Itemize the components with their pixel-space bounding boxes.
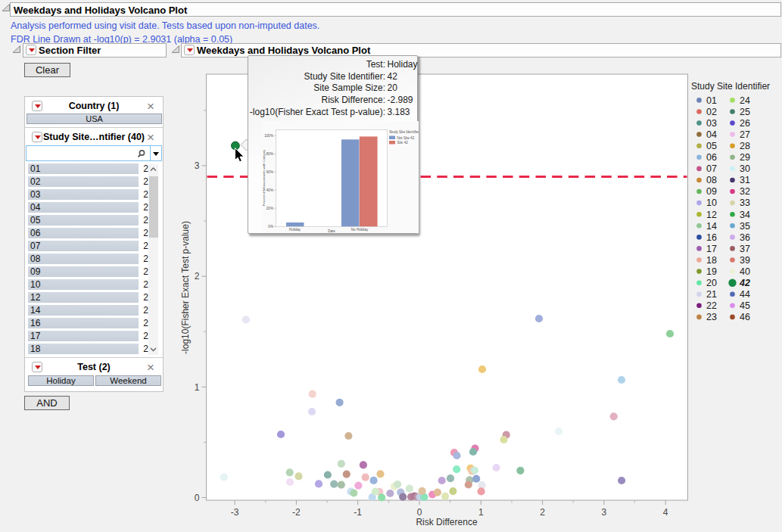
svg-text:29: 29 bbox=[740, 152, 750, 163]
svg-text:42: 42 bbox=[739, 278, 750, 288]
svg-text:3: 3 bbox=[602, 507, 607, 518]
svg-text:27: 27 bbox=[740, 129, 750, 140]
svg-text:32: 32 bbox=[740, 186, 750, 197]
svg-text:22: 22 bbox=[706, 300, 717, 311]
svg-text:-1: -1 bbox=[354, 507, 362, 518]
svg-text:Study Site Identifier: Study Site Identifier bbox=[389, 130, 419, 134]
svg-text:40: 40 bbox=[740, 266, 750, 277]
svg-text:Date: Date bbox=[328, 229, 335, 233]
svg-text:4: 4 bbox=[663, 507, 668, 518]
svg-text:Risk Difference: Risk Difference bbox=[416, 517, 477, 527]
svg-text:3: 3 bbox=[195, 160, 200, 171]
svg-text:24: 24 bbox=[740, 95, 750, 106]
svg-text:44: 44 bbox=[740, 289, 750, 300]
svg-text:60%: 60% bbox=[266, 170, 273, 173]
svg-text:04: 04 bbox=[706, 129, 717, 140]
svg-text:-log10(Fisher Exact Test p-val: -log10(Fisher Exact Test p-value) bbox=[180, 221, 191, 354]
svg-text:34: 34 bbox=[740, 210, 750, 220]
svg-text:0: 0 bbox=[195, 493, 200, 503]
svg-text:19: 19 bbox=[706, 266, 717, 277]
svg-text:Site 42: Site 42 bbox=[397, 141, 409, 145]
svg-text:14: 14 bbox=[706, 221, 717, 232]
svg-text:0: 0 bbox=[417, 507, 422, 518]
svg-text:17: 17 bbox=[706, 244, 717, 254]
svg-text:1: 1 bbox=[478, 507, 484, 518]
svg-text:06: 06 bbox=[706, 152, 717, 163]
svg-text:-3: -3 bbox=[231, 507, 239, 518]
svg-text:30: 30 bbox=[740, 163, 750, 174]
svg-text:07: 07 bbox=[706, 163, 717, 174]
svg-text:Study Site Identifier: Study Site Identifier bbox=[691, 81, 770, 92]
svg-text:1: 1 bbox=[195, 382, 200, 393]
svg-text:No Holiday: No Holiday bbox=[351, 227, 369, 231]
svg-text:Not Site 42: Not Site 42 bbox=[397, 135, 415, 139]
svg-text:02: 02 bbox=[706, 107, 717, 117]
svg-text:2: 2 bbox=[540, 507, 545, 518]
svg-text:40%: 40% bbox=[266, 188, 273, 191]
svg-text:100%: 100% bbox=[264, 133, 273, 137]
svg-text:36: 36 bbox=[740, 232, 750, 243]
svg-text:2: 2 bbox=[195, 271, 200, 282]
svg-text:45: 45 bbox=[740, 300, 750, 311]
svg-text:Percent of Measurements with C: Percent of Measurements with Category bbox=[263, 148, 266, 206]
svg-text:28: 28 bbox=[740, 141, 750, 151]
svg-text:08: 08 bbox=[706, 175, 717, 185]
svg-text:Holiday: Holiday bbox=[289, 227, 301, 231]
svg-text:26: 26 bbox=[740, 118, 750, 129]
svg-text:03: 03 bbox=[706, 118, 717, 129]
svg-text:80%: 80% bbox=[266, 151, 273, 155]
svg-text:33: 33 bbox=[740, 198, 750, 208]
svg-text:16: 16 bbox=[706, 232, 717, 243]
svg-text:05: 05 bbox=[706, 141, 717, 151]
svg-text:46: 46 bbox=[740, 312, 750, 322]
svg-text:10: 10 bbox=[706, 198, 717, 208]
svg-text:20%: 20% bbox=[266, 206, 273, 210]
svg-text:12: 12 bbox=[706, 210, 717, 220]
svg-text:20: 20 bbox=[706, 278, 717, 288]
svg-text:09: 09 bbox=[706, 186, 717, 197]
svg-text:01: 01 bbox=[706, 95, 717, 106]
svg-text:31: 31 bbox=[740, 175, 750, 185]
svg-text:-2: -2 bbox=[292, 507, 301, 518]
svg-text:37: 37 bbox=[740, 244, 750, 254]
svg-text:23: 23 bbox=[706, 312, 717, 322]
svg-text:25: 25 bbox=[740, 107, 750, 117]
svg-text:35: 35 bbox=[740, 221, 750, 232]
svg-text:39: 39 bbox=[740, 255, 750, 266]
svg-text:21: 21 bbox=[706, 289, 717, 300]
svg-text:0%: 0% bbox=[268, 224, 273, 228]
svg-text:18: 18 bbox=[706, 255, 717, 266]
